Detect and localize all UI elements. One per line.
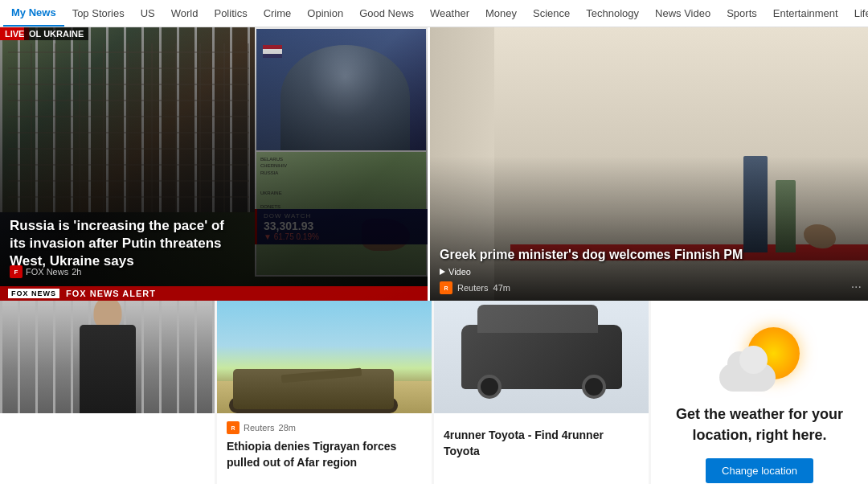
nav-item-sports[interactable]: Sports xyxy=(719,0,765,27)
weather-heading: Get the weather for your location, right… xyxy=(667,404,852,445)
play-icon xyxy=(440,269,445,275)
nav-item-crime[interactable]: Crime xyxy=(256,0,300,27)
ukraine-source-bar: F FOX News 2h xyxy=(0,265,91,278)
nav-item-world[interactable]: World xyxy=(163,0,207,27)
car-top xyxy=(477,305,598,333)
nav-item-news-video[interactable]: News Video xyxy=(647,0,719,27)
car-wheel-right xyxy=(582,375,606,399)
ethiopia-source-bar: R Reuters 28m xyxy=(227,421,422,434)
greek-headline-area: Greek prime minister's dog welcomes Finn… xyxy=(440,247,858,278)
ad-card[interactable]: Ad 4runner Toyota - Find 4runner Toyota xyxy=(434,301,651,484)
nav-item-my-news[interactable]: My News xyxy=(3,0,64,27)
fox-news-alert-bar: FOX NEWS FOX NEWS ALERT xyxy=(0,286,428,301)
greek-source-bar: R Reuters 47m xyxy=(440,281,510,294)
nav-item-money[interactable]: Money xyxy=(477,0,525,27)
nav-item-entertainment[interactable]: Entertainment xyxy=(765,0,846,27)
video-badge: Video xyxy=(440,267,471,277)
nav-item-politics[interactable]: Politics xyxy=(206,0,255,27)
ukraine-time: 2h xyxy=(72,267,81,277)
nav-item-top-stories[interactable]: Top Stories xyxy=(64,0,133,27)
greek-source: Reuters xyxy=(457,283,489,293)
ethiopia-source: Reuters xyxy=(244,423,275,433)
fox-alert-text: FOX NEWS ALERT xyxy=(66,289,156,298)
reuters-logo: R xyxy=(440,281,452,294)
ukraine-source: FOX News xyxy=(26,267,68,277)
greek-gradient-overlay xyxy=(430,156,868,301)
weather-card: Get the weather for your location, right… xyxy=(651,301,868,484)
greek-headline: Greek prime minister's dog welcomes Finn… xyxy=(440,247,858,264)
fox-logo: F xyxy=(10,265,23,278)
ethiopia-story-body: R Reuters 28m Ethiopia denies Tigrayan f… xyxy=(217,413,432,478)
fox-logo-small: FOX NEWS xyxy=(8,289,59,298)
ad-title: 4runner Toyota - Find 4runner Toyota xyxy=(444,428,639,459)
prison-story-image xyxy=(0,301,215,413)
ethiopia-story-image xyxy=(217,301,432,413)
nav-item-opinion[interactable]: Opinion xyxy=(299,0,351,27)
top-stories-row: BELARUSCHERNIHIVRUSSIAUKRAINEDONETS DOW … xyxy=(0,27,868,301)
nav-item-weather-nav[interactable]: Weather xyxy=(422,0,477,27)
bottom-row: U USA TODAY 1h R Reuters 28m xyxy=(0,301,868,484)
weather-icon-area xyxy=(719,327,800,392)
person-body xyxy=(80,325,136,413)
ethiopia-headline: Ethiopia denies Tigrayan forces pulled o… xyxy=(227,439,422,470)
cloud-icon xyxy=(719,363,776,392)
ukraine-location-label: OL UKRAINE xyxy=(24,27,88,40)
toyota-car-image xyxy=(434,301,649,413)
ethiopia-time: 28m xyxy=(279,423,296,433)
prison-story-body xyxy=(0,413,215,429)
content-area: BELARUSCHERNIHIVRUSSIAUKRAINEDONETS DOW … xyxy=(0,27,868,484)
ukraine-headline: Russia is 'increasing the pace' of its i… xyxy=(10,217,241,270)
navigation-bar: My News Top Stories US World Politics Cr… xyxy=(0,0,868,27)
ukraine-story-card[interactable]: BELARUSCHERNIHIVRUSSIAUKRAINEDONETS DOW … xyxy=(0,27,430,301)
nav-item-us[interactable]: US xyxy=(133,0,163,27)
nav-item-technology[interactable]: Technology xyxy=(578,0,647,27)
reuters-logo-2: R xyxy=(227,421,240,434)
car-wheel-left xyxy=(477,375,502,399)
prison-story-card[interactable]: U USA TODAY 1h xyxy=(0,301,217,484)
nav-item-science[interactable]: Science xyxy=(525,0,578,27)
ethiopia-story-card[interactable]: R Reuters 28m Ethiopia denies Tigrayan f… xyxy=(217,301,434,484)
ad-body: 4runner Toyota - Find 4runner Toyota xyxy=(434,413,649,470)
greek-story-card[interactable]: Greek prime minister's dog welcomes Finn… xyxy=(430,27,868,301)
nav-item-lifestyle[interactable]: Lifestyle xyxy=(846,0,868,27)
car-body xyxy=(461,325,622,389)
greek-time: 47m xyxy=(493,283,510,293)
more-options-button[interactable]: ··· xyxy=(851,280,862,294)
video-label: Video xyxy=(448,267,471,277)
nav-item-good-news[interactable]: Good News xyxy=(351,0,422,27)
change-location-button[interactable]: Change location xyxy=(706,458,813,483)
